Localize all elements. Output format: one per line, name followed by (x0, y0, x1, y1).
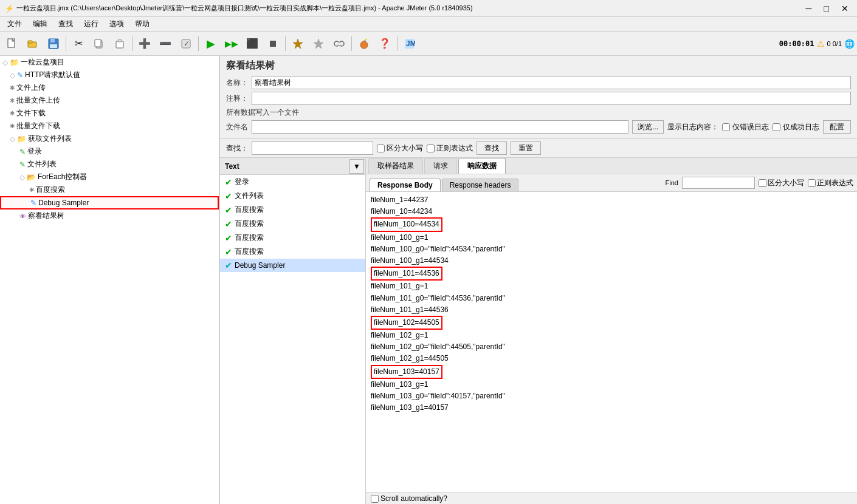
close-button[interactable]: ✕ (838, 4, 852, 13)
success-log-label: 仅成功日志 (783, 122, 819, 132)
error-log-group: 仅错误日志 (722, 122, 769, 132)
run-no-pause-button[interactable]: ▶▶ (222, 34, 241, 53)
tree-item-debug-sampler[interactable]: ✎ Debug Sampler (0, 196, 219, 209)
minimize-button[interactable]: ─ (802, 4, 816, 13)
new-button[interactable] (2, 34, 22, 53)
write-all-label: 所有数据写入一个文件 (226, 107, 851, 118)
response-line: fileNum_102_g1=44505 (371, 353, 852, 364)
list-item[interactable]: ✔登录 (220, 175, 365, 189)
right-panel: 察看结果树 名称： 注释： 所有数据写入一个文件 文件名 浏览... 显示日志内… (220, 56, 857, 504)
status-icon: 🌐 (844, 39, 855, 49)
regex-group: 正则表达式 (427, 143, 473, 154)
tree-item-file-list[interactable]: ✎ 文件列表 (0, 158, 219, 171)
remote-start-button[interactable] (288, 34, 308, 53)
success-log-checkbox[interactable] (773, 123, 780, 131)
response-line: fileNum_1=44237 (371, 194, 852, 206)
tab-响应数据[interactable]: 响应数据 (458, 158, 506, 174)
tree-item-result-tree[interactable]: 👁 察看结果树 (0, 209, 219, 222)
maximize-button[interactable]: □ (821, 4, 833, 13)
tree-item-upload[interactable]: ✱ 文件上传 (0, 81, 219, 94)
shutdown-button[interactable]: ⏹ (263, 34, 283, 53)
sub-tab-response-body[interactable]: Response Body (370, 179, 441, 191)
name-input[interactable] (252, 76, 851, 89)
tree-item-http-defaults[interactable]: ◇ ✎ HTTP请求默认值 (0, 69, 219, 81)
regex-check-resp-checkbox[interactable] (808, 179, 816, 187)
file-input[interactable] (252, 120, 628, 134)
tree-label-get: 获取文件列表 (28, 134, 72, 144)
browse-button[interactable]: 浏览... (632, 120, 664, 134)
regex-check-resp: 正则表达式 (808, 178, 853, 188)
error-log-checkbox[interactable] (722, 123, 730, 131)
menu-edit[interactable]: 编辑 (28, 18, 52, 30)
svg-rect-6 (50, 44, 57, 48)
tree-item-download[interactable]: ✱ 文件下载 (0, 107, 219, 120)
sub-tab-right: Find 区分大小写 正则表达式 (666, 177, 853, 191)
config-button[interactable]: 配置 (823, 120, 851, 134)
case-sensitive-checkbox[interactable] (377, 145, 385, 152)
status-icon-4: ✔ (225, 233, 232, 243)
toolbar-separator-4 (285, 36, 286, 51)
logo-button[interactable]: JM (400, 34, 419, 53)
list-item[interactable]: ✔百度搜索 (220, 245, 365, 259)
paste-button[interactable] (110, 34, 129, 53)
menu-find[interactable]: 查找 (53, 18, 78, 30)
regex-label-resp: 正则表达式 (817, 178, 853, 188)
response-line: fileNum_102=44505 (371, 316, 852, 330)
comment-input[interactable] (252, 92, 851, 105)
tree-item-batch-download[interactable]: ✱ 批量文件下载 (0, 120, 219, 132)
tree-label-login: 登录 (27, 146, 42, 157)
collapse-button[interactable]: ➖ (156, 34, 175, 53)
toolbar-separator-6 (397, 36, 398, 51)
menu-options[interactable]: 选项 (105, 18, 129, 30)
list-item[interactable]: ✔百度搜索 (220, 217, 365, 231)
sub-tabs-row: Response Body Response headers Find 区分大小… (366, 174, 857, 192)
menu-file[interactable]: 文件 (2, 18, 27, 30)
sub-tab-response-headers[interactable]: Response headers (442, 179, 519, 191)
list-item[interactable]: ✔百度搜索 (220, 231, 365, 245)
list-item[interactable]: ✔Debug Sampler (220, 259, 365, 272)
clear-button[interactable] (354, 34, 374, 53)
svg-marker-13 (293, 39, 303, 49)
regex-checkbox[interactable] (427, 145, 435, 152)
open-button[interactable] (23, 34, 43, 53)
expand-button[interactable]: ➕ (135, 34, 154, 53)
list-item[interactable]: ✔文件列表 (220, 189, 365, 203)
search-log-button[interactable] (329, 34, 349, 53)
tree-item-batch-upload[interactable]: ✱ 批量文件上传 (0, 94, 219, 107)
reset-button[interactable]: 重置 (511, 141, 541, 155)
tree-item-baidu-search[interactable]: ✱ 百度搜索 (0, 183, 219, 196)
tree-item-foreach[interactable]: ◇ 📂 ForEach控制器 (0, 171, 219, 183)
find-input-resp[interactable] (682, 177, 755, 189)
list-item[interactable]: ✔百度搜索 (220, 203, 365, 217)
tree-label-file-list: 文件列表 (27, 159, 57, 169)
menu-help[interactable]: 帮助 (130, 18, 154, 30)
run-button[interactable]: ▶ (201, 34, 221, 53)
list-dropdown-button[interactable]: ▼ (349, 159, 364, 174)
scroll-auto-checkbox[interactable] (371, 495, 379, 503)
show-log-label: 显示日志内容： (667, 122, 718, 132)
tree-item-get-files[interactable]: ◇ 📁 获取文件列表 (0, 132, 219, 145)
copy-button[interactable] (89, 34, 109, 53)
remote-stop-button[interactable] (309, 34, 328, 53)
panel-title: 察看结果树 (226, 60, 851, 72)
save-button[interactable] (44, 34, 63, 53)
find-button[interactable]: 查找 (477, 141, 507, 155)
tree-item-root[interactable]: ◇ 📁 一粒云盘项目 (0, 56, 219, 69)
name-row: 名称： (226, 76, 851, 89)
tree-label-foreach: ForEach控制器 (38, 172, 87, 182)
cut-button[interactable]: ✂ (69, 34, 88, 53)
tabs-row: 取样器结果请求响应数据 (366, 158, 857, 174)
list-panel: Text ▼ ✔登录✔文件列表✔百度搜索✔百度搜索✔百度搜索✔百度搜索✔Debu… (220, 158, 366, 504)
tab-请求[interactable]: 请求 (424, 158, 457, 174)
name-label: 名称： (226, 78, 248, 88)
case-check-resp-checkbox[interactable] (759, 179, 766, 187)
tree-item-login[interactable]: ✎ 登录 (0, 145, 219, 158)
menu-run[interactable]: 运行 (79, 18, 103, 30)
stop-button[interactable]: ⬛ (243, 34, 262, 53)
help-button[interactable]: ❓ (375, 34, 394, 53)
tab-取样器结果[interactable]: 取样器结果 (368, 158, 423, 174)
tree-label-download: 文件下载 (16, 108, 46, 118)
toggle-button[interactable]: ✓ (176, 34, 196, 53)
search-input[interactable] (252, 141, 373, 155)
title-bar: ⚡ 一粒云盘项目.jmx (C:\Users\acer\Desktop\Jmet… (0, 0, 857, 17)
